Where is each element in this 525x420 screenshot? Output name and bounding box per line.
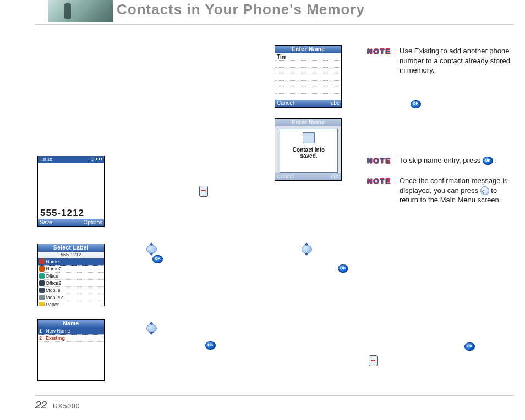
pager-icon <box>39 302 45 306</box>
home2-icon <box>39 266 45 272</box>
label-text: Office <box>46 273 58 279</box>
end-key-icon <box>199 186 208 197</box>
label-item-home[interactable]: Home <box>38 258 104 266</box>
name-option-existing[interactable]: 2Existing <box>38 335 104 342</box>
softkey-mode-abc[interactable]: abc <box>331 100 340 107</box>
step-4-text-a: Use <box>125 324 140 332</box>
dialed-number: 555-1212 <box>38 208 104 219</box>
label-text: Mobile2 <box>46 295 63 300</box>
phone-screen-enter-name: Enter Name Tim Cancel abc <box>275 45 342 108</box>
top-rule <box>35 24 514 25</box>
option-text: New Name <box>46 328 70 334</box>
header-photo <box>48 0 113 22</box>
step-6-text-b: . <box>374 344 376 352</box>
note-label-3: NOTE <box>367 176 391 186</box>
ok-key-icon: OK <box>205 341 216 350</box>
step-6-num: 6. <box>355 334 361 342</box>
option-text: Existing <box>46 335 65 341</box>
ok-key-icon: OK <box>152 255 163 263</box>
step-3-text-c: . <box>228 246 230 254</box>
step-4-text-c: . <box>137 334 139 342</box>
step-6-text-a: Continue saving the entry as necessary a… <box>355 334 502 352</box>
phone-screen-dial: T.ill 1x ⏱ ▮▮▮ 555-1212 Save Options <box>37 156 105 227</box>
softkey-mode-dim: abc <box>331 173 340 180</box>
step-5-text-a: Enter a name for the phone number (up to… <box>355 246 506 264</box>
titlebar-name: Name <box>38 320 104 328</box>
note-3-text: Once the confirmation message is display… <box>400 176 515 205</box>
saved-msg-line2: saved. <box>280 153 337 159</box>
step-3-text-a: Use <box>125 246 140 254</box>
step-2-num: 2. <box>118 187 124 196</box>
name-input-value[interactable]: Tim <box>275 53 341 60</box>
nav-updown-icon <box>302 243 311 255</box>
softkey-save[interactable]: Save <box>40 219 52 226</box>
ok-key-icon: OK <box>411 100 421 108</box>
office2-icon <box>39 280 45 286</box>
status-left: T.ill 1x <box>40 156 52 163</box>
page-title: Contacts in Your Phone's Memory <box>117 1 365 18</box>
step-1-text: Enter the phone number you want to save … <box>118 157 259 175</box>
step-3-list: Home/ Home2/ Office/ Office2/ Mobile/ Mo… <box>118 255 263 274</box>
step-4-num: 4. <box>118 324 124 332</box>
confirm-memo: A confirmation message is displayed brie… <box>355 352 515 362</box>
step-5-text-b: . <box>426 256 428 264</box>
note-label-2: NOTE <box>367 156 391 165</box>
status-right: ⏱ ▮▮▮ <box>90 156 102 163</box>
titlebar-dim: Enter Name <box>275 119 341 126</box>
name-option-new[interactable]: 1New Name <box>38 328 104 335</box>
label-text: Home <box>46 259 59 264</box>
titlebar-select-label: Select Label <box>38 244 104 252</box>
step-3-num: 3. <box>118 246 124 254</box>
phone-screen-name: Name 1New Name 2Existing <box>37 319 105 381</box>
nav-updown-icon <box>146 243 156 255</box>
label-item-pager[interactable]: Pager <box>38 301 104 306</box>
label-text: Home2 <box>46 266 62 272</box>
label-item-office[interactable]: Office <box>38 273 104 280</box>
office-icon <box>39 273 45 279</box>
softkey-cancel[interactable]: Cancel <box>277 100 294 107</box>
label-item-home2[interactable]: Home2 <box>38 266 104 273</box>
mobile-icon <box>39 288 45 293</box>
nav-updown-icon <box>146 322 156 334</box>
ok-key-icon: OK <box>464 342 475 351</box>
mobile2-icon <box>39 295 45 300</box>
step-1-num: 1. <box>118 157 124 165</box>
note-2-a: To skip name entry, press <box>400 156 483 164</box>
end-key-icon <box>369 355 378 366</box>
saved-msg-line1: Contact info <box>280 147 337 153</box>
softkey-options[interactable]: Options <box>84 219 102 226</box>
floppy-icon <box>303 132 315 143</box>
note-1-text: Use Existing to add another phone number… <box>400 46 512 75</box>
titlebar-enter-name: Enter Name <box>275 46 341 53</box>
status-bar: T.ill 1x ⏱ ▮▮▮ <box>38 156 104 163</box>
clr-key-icon <box>480 186 489 195</box>
label-item-mobile2[interactable]: Mobile2 <box>38 294 104 301</box>
home-icon <box>39 259 45 264</box>
step-2-text-a: Press Left Soft Key <box>125 187 189 196</box>
label-item-office2[interactable]: Office2 <box>38 280 104 287</box>
ok-key-icon: OK <box>338 264 348 273</box>
note-2-b: . <box>495 156 497 164</box>
label-item-mobile[interactable]: Mobile <box>38 287 104 294</box>
label-text: Office2 <box>46 280 61 286</box>
label-text: Mobile <box>46 288 61 293</box>
model-name: UX5000 <box>53 402 80 410</box>
step-5-num: 5. <box>355 246 361 254</box>
page-number: 22 <box>35 399 47 411</box>
phone-screen-saved: Enter Name Contact info saved. Cancel ab… <box>275 118 342 181</box>
subheader-number: 555-1212 <box>38 252 104 258</box>
bottom-rule <box>35 395 514 396</box>
note-label-1: NOTE <box>367 46 391 56</box>
label-text: Pager <box>46 302 59 306</box>
softkey-cancel-dim: Cancel <box>277 173 294 180</box>
phone-screen-select-label: Select Label 555-1212 Home Home2 Office … <box>37 244 105 306</box>
ok-key-icon: OK <box>483 157 493 165</box>
note-2-text: To skip name entry, press OK . <box>400 156 515 165</box>
